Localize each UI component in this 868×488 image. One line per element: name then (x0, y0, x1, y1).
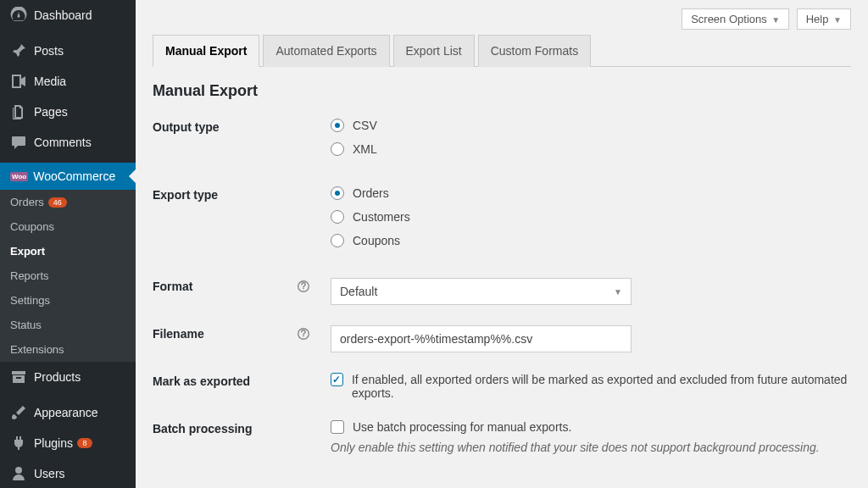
sidebar-label: Comments (34, 136, 92, 149)
sidebar-item-appearance[interactable]: Appearance (0, 397, 136, 428)
submenu-settings[interactable]: Settings (0, 288, 136, 313)
woo-icon: Woo (10, 172, 28, 181)
pin-icon (10, 42, 27, 59)
sidebar-label: Media (34, 75, 66, 88)
user-icon (10, 465, 27, 482)
mark-exported-checkbox[interactable] (331, 373, 343, 386)
help-icon[interactable] (297, 327, 310, 341)
tab-manual-export[interactable]: Manual Export (153, 35, 259, 67)
sidebar-item-pages[interactable]: Pages (0, 97, 136, 127)
sidebar-label: Products (34, 370, 81, 384)
tab-custom-formats[interactable]: Custom Formats (478, 35, 591, 67)
submenu-coupons[interactable]: Coupons (0, 214, 136, 239)
media-icon (10, 73, 27, 90)
sidebar-item-dashboard[interactable]: Dashboard (0, 0, 136, 30)
sidebar-label: Pages (34, 105, 68, 119)
caret-down-icon: ▼ (833, 15, 842, 25)
sidebar-label: Dashboard (34, 8, 92, 22)
filename-input[interactable] (331, 325, 632, 352)
submenu-status[interactable]: Status (0, 313, 136, 337)
submenu-reports[interactable]: Reports (0, 263, 136, 288)
mark-exported-label: Mark as exported (153, 373, 331, 388)
brush-icon (10, 404, 27, 421)
radio-coupons[interactable] (331, 234, 344, 247)
caret-down-icon: ▼ (614, 287, 622, 297)
sidebar-item-media[interactable]: Media (0, 66, 136, 97)
batch-checkbox[interactable] (331, 420, 344, 434)
main-content: Screen Options ▼ Help ▼ Manual Export Au… (136, 0, 868, 488)
page-title: Manual Export (153, 82, 851, 100)
radio-customers[interactable] (331, 210, 344, 224)
sidebar-item-comments[interactable]: Comments (0, 127, 136, 158)
tab-export-list[interactable]: Export List (393, 35, 475, 67)
orders-badge: 46 (48, 197, 67, 208)
radio-orders[interactable] (331, 186, 344, 200)
radio-xml[interactable] (331, 142, 344, 156)
batch-label: Batch processing (153, 420, 331, 435)
submenu-extensions[interactable]: Extensions (0, 337, 136, 362)
format-label: Format (153, 280, 192, 293)
plug-icon (10, 435, 27, 452)
sidebar-label: Plugins (34, 436, 73, 450)
sidebar-label: Users (34, 467, 65, 480)
output-type-label: Output type (153, 119, 331, 134)
gauge-icon (10, 7, 27, 24)
screen-options-button[interactable]: Screen Options ▼ (682, 8, 789, 30)
plugins-badge: 8 (77, 438, 92, 448)
export-type-label: Export type (153, 186, 331, 202)
help-button[interactable]: Help ▼ (797, 8, 851, 30)
sidebar-item-plugins[interactable]: Plugins 8 (0, 428, 136, 458)
sidebar-item-posts[interactable]: Posts (0, 36, 136, 66)
format-select[interactable]: Default ▼ (331, 278, 632, 305)
top-actions: Screen Options ▼ Help ▼ (153, 8, 851, 30)
submenu-orders[interactable]: Orders46 (0, 190, 136, 214)
sidebar-item-products[interactable]: Products (0, 362, 136, 392)
sidebar-item-woocommerce[interactable]: Woo WooCommerce (0, 163, 136, 190)
sidebar-label: WooCommerce (33, 169, 115, 183)
pages-icon (10, 103, 27, 120)
tab-automated-exports[interactable]: Automated Exports (263, 35, 389, 67)
caret-down-icon: ▼ (771, 15, 780, 25)
comment-icon (10, 134, 27, 151)
archive-icon (10, 369, 27, 385)
woocommerce-submenu: Orders46 Coupons Export Reports Settings… (0, 190, 136, 362)
export-tabs: Manual Export Automated Exports Export L… (153, 35, 851, 67)
sidebar-item-users[interactable]: Users (0, 458, 136, 488)
sidebar-label: Posts (34, 44, 64, 58)
admin-sidebar: Dashboard Posts Media Pages Comments Woo… (0, 0, 136, 488)
help-icon[interactable] (297, 280, 310, 293)
radio-csv[interactable] (331, 119, 344, 132)
submenu-export[interactable]: Export (0, 239, 136, 263)
batch-note: Only enable this setting when notified t… (331, 441, 851, 454)
sidebar-label: Appearance (34, 406, 98, 419)
filename-label: Filename (153, 327, 204, 341)
